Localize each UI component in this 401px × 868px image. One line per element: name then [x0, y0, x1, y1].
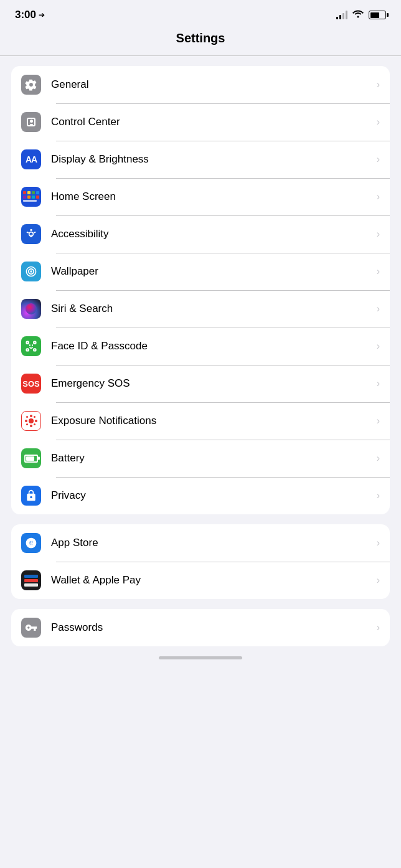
- general-label: General: [51, 78, 372, 91]
- settings-item-accessibility[interactable]: Accessibility ›: [11, 215, 390, 253]
- wallet-chevron: ›: [377, 575, 380, 586]
- passwords-icon: [21, 618, 41, 638]
- sos-icon: SOS: [21, 374, 41, 394]
- battery-green-graphic: [24, 455, 38, 463]
- wallpaper-icon: [21, 262, 41, 281]
- wallpaper-label: Wallpaper: [51, 265, 372, 278]
- faceid-icon: [21, 336, 41, 356]
- settings-item-siri[interactable]: Siri & Search ›: [11, 290, 390, 328]
- home-indicator: [0, 646, 401, 664]
- settings-group-2: A App Store › Wallet & Apple Pay ›: [11, 524, 390, 599]
- title-divider: [0, 55, 401, 56]
- settings-item-faceid[interactable]: Face ID & Passcode ›: [11, 328, 390, 365]
- battery-settings-icon: [21, 448, 41, 468]
- siri-icon: [21, 299, 41, 319]
- status-right: [336, 9, 386, 21]
- settings-item-appstore[interactable]: A App Store ›: [11, 524, 390, 562]
- control-center-icon: [21, 112, 41, 132]
- homescreen-icon: [21, 187, 41, 207]
- general-chevron: ›: [377, 79, 380, 90]
- exposure-dots-graphic: [24, 414, 38, 428]
- siri-label: Siri & Search: [51, 303, 372, 315]
- svg-point-1: [30, 270, 32, 272]
- exposure-icon: [21, 411, 41, 431]
- settings-item-sos[interactable]: SOS Emergency SOS ›: [11, 365, 390, 402]
- battery-chevron: ›: [377, 453, 380, 464]
- accessibility-chevron: ›: [377, 229, 380, 240]
- display-label: Display & Brightness: [51, 153, 372, 166]
- faceid-chevron: ›: [377, 341, 380, 352]
- home-bar: [159, 656, 242, 659]
- wallet-icon: [21, 570, 41, 590]
- svg-rect-4: [27, 349, 29, 351]
- display-icon: AA: [21, 149, 41, 169]
- status-time: 3:00 ➔: [15, 9, 45, 21]
- exposure-chevron: ›: [377, 415, 380, 427]
- general-icon: [21, 75, 41, 95]
- control-center-label: Control Center: [51, 116, 372, 128]
- settings-group-1: General › Control Center › AA Display & …: [11, 66, 390, 514]
- svg-rect-5: [34, 349, 35, 351]
- status-bar: 3:00 ➔: [0, 0, 401, 26]
- settings-item-general[interactable]: General ›: [11, 66, 390, 103]
- sos-label: Emergency SOS: [51, 377, 372, 390]
- settings-item-wallpaper[interactable]: Wallpaper ›: [11, 253, 390, 290]
- display-aa-text: AA: [26, 154, 37, 164]
- privacy-icon: [21, 486, 41, 506]
- battery-icon: [369, 11, 386, 19]
- wallet-cards-graphic: [22, 573, 40, 588]
- settings-item-homescreen[interactable]: Home Screen ›: [11, 178, 390, 215]
- svg-rect-2: [27, 342, 29, 344]
- siri-chevron: ›: [377, 303, 380, 314]
- settings-item-exposure[interactable]: Exposure Notifications ›: [11, 402, 390, 440]
- settings-group-3: Passwords ›: [11, 609, 390, 646]
- accessibility-label: Accessibility: [51, 228, 372, 240]
- svg-text:A: A: [29, 540, 32, 546]
- signal-bars-icon: [336, 11, 347, 19]
- appstore-icon: A: [21, 533, 41, 553]
- passwords-label: Passwords: [51, 621, 372, 634]
- homescreen-label: Home Screen: [51, 191, 372, 203]
- exposure-label: Exposure Notifications: [51, 415, 372, 427]
- faceid-label: Face ID & Passcode: [51, 340, 372, 352]
- sos-chevron: ›: [377, 378, 380, 389]
- wallpaper-chevron: ›: [377, 266, 380, 277]
- settings-item-privacy[interactable]: Privacy ›: [11, 477, 390, 514]
- settings-item-battery[interactable]: Battery ›: [11, 440, 390, 477]
- accessibility-icon: [21, 224, 41, 244]
- location-arrow-icon: ➔: [39, 11, 45, 19]
- svg-point-0: [30, 229, 32, 231]
- page-title: Settings: [0, 26, 401, 55]
- wallet-label: Wallet & Apple Pay: [51, 574, 372, 587]
- siri-orb: [26, 303, 37, 314]
- settings-item-passwords[interactable]: Passwords ›: [11, 609, 390, 646]
- battery-label: Battery: [51, 452, 372, 465]
- display-chevron: ›: [377, 154, 380, 165]
- privacy-chevron: ›: [377, 490, 380, 501]
- control-center-chevron: ›: [377, 116, 380, 128]
- settings-item-display[interactable]: AA Display & Brightness ›: [11, 141, 390, 178]
- svg-rect-3: [34, 342, 35, 344]
- sos-text: SOS: [22, 379, 39, 389]
- settings-item-control-center[interactable]: Control Center ›: [11, 103, 390, 141]
- passwords-chevron: ›: [377, 622, 380, 633]
- appstore-label: App Store: [51, 537, 372, 549]
- settings-item-wallet[interactable]: Wallet & Apple Pay ›: [11, 562, 390, 599]
- wifi-icon: [352, 9, 364, 21]
- homescreen-chevron: ›: [377, 191, 380, 202]
- privacy-label: Privacy: [51, 489, 372, 502]
- appstore-chevron: ›: [377, 537, 380, 549]
- time-display: 3:00: [15, 9, 36, 21]
